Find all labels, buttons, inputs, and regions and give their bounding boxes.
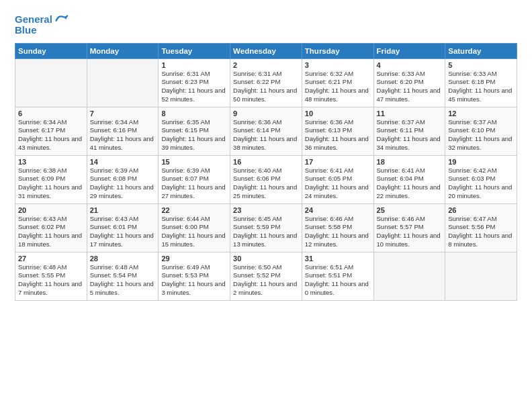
col-header-tuesday: Tuesday bbox=[159, 43, 230, 58]
day-detail: Sunrise: 6:42 AMSunset: 6:03 PMDaylight:… bbox=[448, 167, 514, 201]
day-cell: 2Sunrise: 6:31 AMSunset: 6:22 PMDaylight… bbox=[230, 58, 302, 107]
week-row-4: 20Sunrise: 6:43 AMSunset: 6:02 PMDayligh… bbox=[15, 203, 517, 252]
day-number: 12 bbox=[448, 109, 514, 118]
day-number: 16 bbox=[233, 158, 299, 166]
day-cell: 15Sunrise: 6:39 AMSunset: 6:07 PMDayligh… bbox=[159, 155, 230, 203]
day-number: 4 bbox=[377, 61, 443, 69]
day-number: 21 bbox=[90, 206, 156, 214]
day-cell: 12Sunrise: 6:37 AMSunset: 6:10 PMDayligh… bbox=[445, 107, 517, 155]
day-number: 30 bbox=[233, 255, 299, 263]
day-cell: 8Sunrise: 6:35 AMSunset: 6:15 PMDaylight… bbox=[159, 107, 230, 155]
day-number: 11 bbox=[377, 109, 443, 118]
header-row: SundayMondayTuesdayWednesdayThursdayFrid… bbox=[15, 43, 517, 58]
logo-text-blue: Blue bbox=[15, 25, 37, 36]
day-detail: Sunrise: 6:33 AMSunset: 6:20 PMDaylight:… bbox=[377, 70, 443, 104]
day-cell: 11Sunrise: 6:37 AMSunset: 6:11 PMDayligh… bbox=[373, 107, 445, 155]
day-number: 25 bbox=[377, 206, 443, 214]
day-number: 10 bbox=[305, 109, 371, 118]
day-detail: Sunrise: 6:41 AMSunset: 6:05 PMDaylight:… bbox=[305, 167, 371, 201]
col-header-saturday: Saturday bbox=[445, 43, 517, 58]
day-cell: 22Sunrise: 6:44 AMSunset: 6:00 PMDayligh… bbox=[159, 203, 230, 252]
day-cell bbox=[373, 252, 445, 300]
day-detail: Sunrise: 6:46 AMSunset: 5:57 PMDaylight:… bbox=[377, 215, 443, 249]
day-detail: Sunrise: 6:34 AMSunset: 6:16 PMDaylight:… bbox=[90, 118, 156, 152]
day-cell: 26Sunrise: 6:47 AMSunset: 5:56 PMDayligh… bbox=[445, 203, 517, 252]
day-number: 18 bbox=[377, 158, 443, 166]
day-detail: Sunrise: 6:47 AMSunset: 5:56 PMDaylight:… bbox=[448, 215, 514, 249]
day-detail: Sunrise: 6:38 AMSunset: 6:09 PMDaylight:… bbox=[18, 167, 84, 201]
day-detail: Sunrise: 6:50 AMSunset: 5:52 PMDaylight:… bbox=[233, 263, 299, 298]
day-detail: Sunrise: 6:33 AMSunset: 6:18 PMDaylight:… bbox=[448, 70, 514, 104]
day-detail: Sunrise: 6:46 AMSunset: 5:58 PMDaylight:… bbox=[305, 215, 371, 249]
day-number: 8 bbox=[161, 109, 227, 118]
day-cell: 27Sunrise: 6:48 AMSunset: 5:55 PMDayligh… bbox=[15, 252, 87, 300]
col-header-monday: Monday bbox=[87, 43, 159, 58]
day-number: 22 bbox=[161, 206, 227, 214]
day-detail: Sunrise: 6:37 AMSunset: 6:11 PMDaylight:… bbox=[377, 118, 443, 152]
day-cell: 29Sunrise: 6:49 AMSunset: 5:53 PMDayligh… bbox=[159, 252, 230, 300]
day-number: 14 bbox=[90, 158, 156, 166]
day-cell: 9Sunrise: 6:36 AMSunset: 6:14 PMDaylight… bbox=[230, 107, 302, 155]
day-detail: Sunrise: 6:49 AMSunset: 5:53 PMDaylight:… bbox=[161, 263, 227, 298]
day-number: 24 bbox=[305, 206, 371, 214]
day-cell: 13Sunrise: 6:38 AMSunset: 6:09 PMDayligh… bbox=[15, 155, 87, 203]
day-detail: Sunrise: 6:41 AMSunset: 6:04 PMDaylight:… bbox=[377, 167, 443, 201]
day-number: 7 bbox=[90, 109, 156, 118]
day-cell: 25Sunrise: 6:46 AMSunset: 5:57 PMDayligh… bbox=[373, 203, 445, 252]
day-number: 6 bbox=[18, 109, 84, 118]
day-number: 19 bbox=[448, 158, 514, 166]
day-number: 20 bbox=[18, 206, 84, 214]
day-cell: 28Sunrise: 6:48 AMSunset: 5:54 PMDayligh… bbox=[87, 252, 159, 300]
day-number: 1 bbox=[161, 61, 227, 69]
day-number: 27 bbox=[18, 255, 84, 263]
day-detail: Sunrise: 6:35 AMSunset: 6:15 PMDaylight:… bbox=[161, 118, 227, 152]
day-number: 17 bbox=[305, 158, 371, 166]
day-cell: 5Sunrise: 6:33 AMSunset: 6:18 PMDaylight… bbox=[445, 58, 517, 107]
day-detail: Sunrise: 6:39 AMSunset: 6:07 PMDaylight:… bbox=[161, 167, 227, 201]
logo-text-general: General bbox=[15, 14, 52, 26]
week-row-2: 6Sunrise: 6:34 AMSunset: 6:17 PMDaylight… bbox=[15, 107, 517, 155]
day-cell: 17Sunrise: 6:41 AMSunset: 6:05 PMDayligh… bbox=[302, 155, 373, 203]
day-cell bbox=[87, 58, 159, 107]
day-detail: Sunrise: 6:34 AMSunset: 6:17 PMDaylight:… bbox=[18, 118, 84, 152]
day-number: 15 bbox=[161, 158, 227, 166]
day-cell: 19Sunrise: 6:42 AMSunset: 6:03 PMDayligh… bbox=[445, 155, 517, 203]
day-cell: 23Sunrise: 6:45 AMSunset: 5:59 PMDayligh… bbox=[230, 203, 302, 252]
day-detail: Sunrise: 6:36 AMSunset: 6:14 PMDaylight:… bbox=[233, 118, 299, 152]
day-detail: Sunrise: 6:48 AMSunset: 5:54 PMDaylight:… bbox=[90, 263, 156, 298]
day-cell bbox=[445, 252, 517, 300]
day-detail: Sunrise: 6:51 AMSunset: 5:51 PMDaylight:… bbox=[305, 263, 371, 298]
header: General Blue bbox=[15, 12, 517, 36]
day-detail: Sunrise: 6:36 AMSunset: 6:13 PMDaylight:… bbox=[305, 118, 371, 152]
day-cell: 30Sunrise: 6:50 AMSunset: 5:52 PMDayligh… bbox=[230, 252, 302, 300]
day-cell bbox=[15, 58, 87, 107]
day-cell: 1Sunrise: 6:31 AMSunset: 6:23 PMDaylight… bbox=[159, 58, 230, 107]
day-number: 28 bbox=[90, 255, 156, 263]
day-number: 26 bbox=[448, 206, 514, 214]
day-detail: Sunrise: 6:31 AMSunset: 6:22 PMDaylight:… bbox=[233, 70, 299, 104]
day-detail: Sunrise: 6:40 AMSunset: 6:06 PMDaylight:… bbox=[233, 167, 299, 201]
day-detail: Sunrise: 6:44 AMSunset: 6:00 PMDaylight:… bbox=[161, 215, 227, 249]
day-detail: Sunrise: 6:43 AMSunset: 6:01 PMDaylight:… bbox=[90, 215, 156, 249]
week-row-3: 13Sunrise: 6:38 AMSunset: 6:09 PMDayligh… bbox=[15, 155, 517, 203]
day-detail: Sunrise: 6:32 AMSunset: 6:21 PMDaylight:… bbox=[305, 70, 371, 104]
day-cell: 24Sunrise: 6:46 AMSunset: 5:58 PMDayligh… bbox=[302, 203, 373, 252]
day-cell: 16Sunrise: 6:40 AMSunset: 6:06 PMDayligh… bbox=[230, 155, 302, 203]
day-cell: 6Sunrise: 6:34 AMSunset: 6:17 PMDaylight… bbox=[15, 107, 87, 155]
day-cell: 3Sunrise: 6:32 AMSunset: 6:21 PMDaylight… bbox=[302, 58, 373, 107]
day-number: 5 bbox=[448, 61, 514, 69]
day-number: 2 bbox=[233, 61, 299, 69]
logo: General Blue bbox=[15, 12, 69, 36]
logo-icon bbox=[54, 12, 69, 27]
calendar-table: SundayMondayTuesdayWednesdayThursdayFrid… bbox=[15, 43, 517, 301]
col-header-thursday: Thursday bbox=[302, 43, 373, 58]
page: General Blue SundayMondayTuesdayWednesda… bbox=[0, 0, 532, 309]
day-cell: 4Sunrise: 6:33 AMSunset: 6:20 PMDaylight… bbox=[373, 58, 445, 107]
day-number: 9 bbox=[233, 109, 299, 118]
col-header-wednesday: Wednesday bbox=[230, 43, 302, 58]
week-row-5: 27Sunrise: 6:48 AMSunset: 5:55 PMDayligh… bbox=[15, 252, 517, 300]
day-detail: Sunrise: 6:43 AMSunset: 6:02 PMDaylight:… bbox=[18, 215, 84, 249]
col-header-sunday: Sunday bbox=[15, 43, 87, 58]
day-cell: 21Sunrise: 6:43 AMSunset: 6:01 PMDayligh… bbox=[87, 203, 159, 252]
day-detail: Sunrise: 6:48 AMSunset: 5:55 PMDaylight:… bbox=[18, 263, 84, 298]
